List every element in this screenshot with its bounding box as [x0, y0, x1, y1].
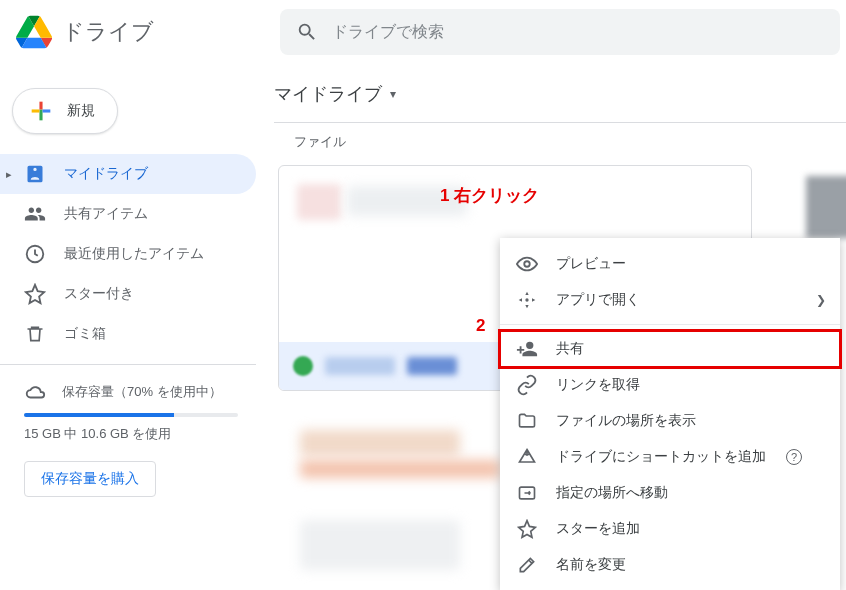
help-icon: ?	[786, 449, 802, 465]
new-button[interactable]: 新規	[12, 88, 118, 134]
search-input[interactable]	[332, 23, 824, 41]
content-blur	[300, 520, 460, 570]
thumbnail-blur	[297, 184, 341, 220]
ctx-label: アプリで開く	[556, 291, 640, 309]
nav-label: スター付き	[64, 285, 134, 303]
nav-label: 最近使用したアイテム	[64, 245, 204, 263]
ctx-label: リンクを取得	[556, 376, 640, 394]
ctx-get-link[interactable]: リンクを取得	[500, 367, 840, 403]
file-type-icon	[293, 356, 313, 376]
star-icon	[516, 518, 538, 540]
content-blur	[300, 430, 460, 456]
ctx-label: 指定の場所へ移動	[556, 484, 668, 502]
pencil-icon	[516, 554, 538, 576]
brand-title: ドライブ	[62, 17, 154, 47]
svg-point-2	[525, 298, 528, 301]
nav-my-drive[interactable]: マイドライブ	[0, 154, 256, 194]
my-drive-icon	[24, 163, 46, 185]
chevron-down-icon: ▾	[390, 87, 396, 101]
star-icon	[24, 283, 46, 305]
nav-label: ゴミ箱	[64, 325, 106, 343]
ctx-add-star[interactable]: スターを追加	[500, 511, 840, 547]
ctx-label: プレビュー	[556, 255, 626, 273]
shared-icon	[24, 203, 46, 225]
ctx-add-shortcut[interactable]: ドライブにショートカットを追加 ?	[500, 439, 840, 475]
storage-label: 保存容量（70% を使用中）	[62, 383, 222, 401]
breadcrumb-label: マイドライブ	[274, 82, 382, 106]
ctx-label: スターを追加	[556, 520, 640, 538]
brand[interactable]: ドライブ	[0, 14, 280, 50]
divider	[500, 324, 840, 325]
nav-trash[interactable]: ゴミ箱	[0, 314, 256, 354]
search-icon	[296, 21, 318, 43]
nav-recent[interactable]: 最近使用したアイテム	[0, 234, 256, 274]
filename-blur	[325, 357, 395, 375]
storage-usage-text: 15 GB 中 10.6 GB を使用	[24, 425, 238, 443]
trash-icon	[24, 323, 46, 345]
eye-icon	[516, 253, 538, 275]
drive-shortcut-icon	[516, 446, 538, 468]
annotation-1: 1 右クリック	[440, 184, 539, 207]
cloud-icon	[24, 381, 46, 403]
folder-icon	[516, 410, 538, 432]
storage-section: 保存容量（70% を使用中） 15 GB 中 10.6 GB を使用 保存容量を…	[0, 375, 256, 497]
ctx-label: ドライブにショートカットを追加	[556, 448, 766, 466]
buy-storage-button[interactable]: 保存容量を購入	[24, 461, 156, 497]
ctx-move-to[interactable]: 指定の場所へ移動	[500, 475, 840, 511]
section-label: ファイル	[294, 133, 846, 151]
drive-logo-icon	[16, 14, 52, 50]
ctx-label: ファイルの場所を表示	[556, 412, 696, 430]
search-wrap	[280, 9, 846, 55]
move-icon	[516, 482, 538, 504]
nav-starred[interactable]: スター付き	[0, 274, 256, 314]
new-button-label: 新規	[67, 102, 95, 120]
clock-icon	[24, 243, 46, 265]
breadcrumb[interactable]: マイドライブ ▾	[274, 82, 846, 106]
storage-row[interactable]: 保存容量（70% を使用中）	[24, 381, 238, 403]
ctx-label: 共有	[556, 340, 584, 358]
ctx-open-with[interactable]: アプリで開く ❯	[500, 282, 840, 318]
sidebar: 新規 マイドライブ 共有アイテム 最近使用したアイテム	[0, 64, 256, 497]
search-bar[interactable]	[280, 9, 840, 55]
nav: マイドライブ 共有アイテム 最近使用したアイテム スター付き	[0, 154, 256, 354]
chevron-right-icon: ❯	[816, 293, 826, 307]
ctx-share[interactable]: 共有	[500, 331, 840, 367]
annotation-2: 2	[476, 316, 485, 336]
nav-label: マイドライブ	[64, 165, 148, 183]
ctx-preview[interactable]: プレビュー	[500, 246, 840, 282]
content-blur	[300, 460, 500, 478]
topbar: ドライブ	[0, 0, 846, 64]
ctx-show-location[interactable]: ファイルの場所を表示	[500, 403, 840, 439]
storage-bar	[24, 413, 238, 417]
open-with-icon	[516, 289, 538, 311]
person-add-icon	[516, 338, 538, 360]
thumbnail-blur	[806, 176, 846, 238]
nav-shared[interactable]: 共有アイテム	[0, 194, 256, 234]
ctx-label: 名前を変更	[556, 556, 626, 574]
plus-icon	[27, 97, 55, 125]
svg-point-1	[524, 261, 530, 267]
ctx-rename[interactable]: 名前を変更	[500, 547, 840, 583]
context-menu: プレビュー アプリで開く ❯ 共有 リンクを取得 ファイルの場所を表示 ドライブ…	[500, 238, 840, 590]
divider	[274, 122, 846, 123]
link-icon	[516, 374, 538, 396]
nav-label: 共有アイテム	[64, 205, 148, 223]
filename-blur	[407, 357, 457, 375]
divider	[0, 364, 256, 365]
